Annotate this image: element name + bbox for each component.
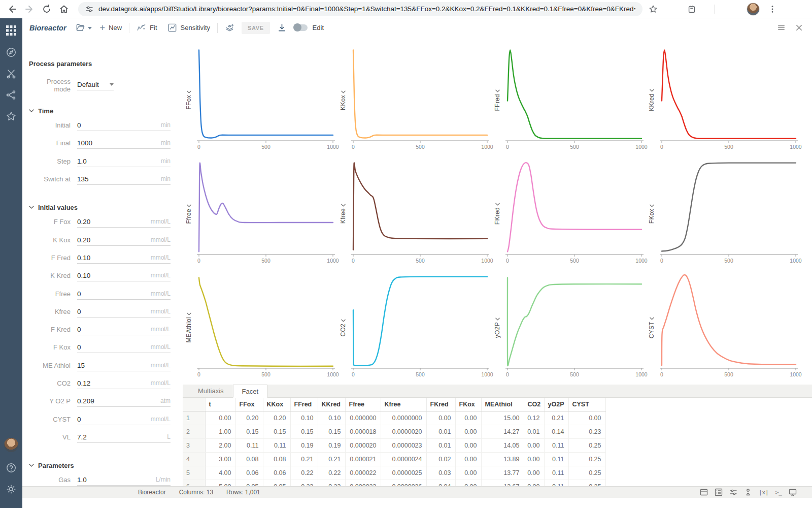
grid-cell[interactable]: 0.00 xyxy=(455,466,481,480)
y-axis-selector-kkox[interactable]: KKox xyxy=(337,43,349,157)
console-icon[interactable]: >_ xyxy=(775,489,782,496)
grid-cell[interactable]: 0.00 xyxy=(524,466,544,480)
url-bar[interactable]: dev.datagrok.ai/apps/DiffStudio/Library/… xyxy=(78,2,642,16)
grid-cell[interactable]: 0.25 xyxy=(568,438,605,452)
bookmark-star-icon[interactable] xyxy=(649,5,658,14)
field-input-f-fox[interactable] xyxy=(77,218,171,226)
section-header-parameters[interactable]: Parameters xyxy=(29,460,171,471)
grid-cell[interactable]: 3.00 xyxy=(205,452,235,466)
grid-cell[interactable]: 0.08 xyxy=(235,452,263,466)
grid-cell[interactable]: 0.25 xyxy=(568,466,605,480)
home-icon[interactable] xyxy=(59,4,69,14)
url-text[interactable]: dev.datagrok.ai/apps/DiffStudio/Library/… xyxy=(98,5,635,13)
grid-cell[interactable]: 0.000022 xyxy=(345,466,381,480)
hamburger-menu-icon[interactable] xyxy=(776,23,786,33)
grid-cell[interactable]: 0.15 xyxy=(235,425,263,438)
row-number[interactable]: 2 xyxy=(183,425,205,438)
process-mode-select[interactable]: Default xyxy=(77,81,114,90)
grid-cell[interactable]: 0.19 xyxy=(318,438,345,452)
grid-cell[interactable]: 0.00 xyxy=(524,438,544,452)
share-network-icon[interactable] xyxy=(6,89,17,101)
save-button[interactable]: SAVE xyxy=(242,22,270,34)
grid-cell[interactable]: 0.06 xyxy=(263,466,290,480)
grid-cell[interactable]: 0.11 xyxy=(544,480,568,486)
row-number[interactable]: 1 xyxy=(183,411,205,425)
settings-gear-icon[interactable] xyxy=(6,484,17,495)
grid-cell[interactable]: 0.00 xyxy=(568,411,605,425)
grid-cell[interactable]: 0.19 xyxy=(290,438,318,452)
column-header-kfree[interactable]: Kfree xyxy=(381,398,426,411)
grid-cell[interactable]: 0.04 xyxy=(426,480,455,486)
grid-cell[interactable]: 0.0000023 xyxy=(381,438,426,452)
grid-cell[interactable]: 0.10 xyxy=(290,411,318,425)
grid-cell[interactable]: 14.05 xyxy=(481,438,524,452)
grid-cell[interactable]: 1.00 xyxy=(205,425,235,438)
grid-cell[interactable]: 0.01 xyxy=(524,425,544,438)
grid-cell[interactable]: 13.77 xyxy=(481,466,524,480)
grid-cell[interactable]: 0.000020 xyxy=(345,438,381,452)
grid-cell[interactable]: 0.11 xyxy=(263,438,290,452)
windows-panel-icon[interactable] xyxy=(700,488,708,496)
column-header-ffree[interactable]: Ffree xyxy=(345,398,381,411)
column-header-fkox[interactable]: FKox xyxy=(455,398,481,411)
datagrok-logo-icon[interactable] xyxy=(5,24,17,37)
grid-cell[interactable]: 0.25 xyxy=(568,452,605,466)
row-number[interactable]: 3 xyxy=(183,438,205,452)
grid-cell[interactable]: 0.00 xyxy=(455,425,481,438)
properties-list-icon[interactable] xyxy=(715,488,723,496)
presentation-icon[interactable] xyxy=(789,488,797,496)
grid-cell[interactable]: 0.12 xyxy=(524,411,544,425)
field-input-f-fred[interactable] xyxy=(77,254,171,262)
grid-cell[interactable]: 0.11 xyxy=(235,438,263,452)
status-table-name[interactable]: Bioreactor xyxy=(138,489,166,496)
grid-cell[interactable]: 0.05 xyxy=(263,480,290,486)
browse-compass-icon[interactable] xyxy=(6,47,17,58)
field-input-ffree[interactable] xyxy=(77,290,171,298)
new-button[interactable]: + New xyxy=(100,23,122,33)
grid-cell[interactable]: 0.23 xyxy=(290,480,318,486)
tools-scissors-icon[interactable] xyxy=(6,68,17,79)
y-axis-selector-co2[interactable]: CO2 xyxy=(337,271,349,385)
grid-cell[interactable]: 0.000021 xyxy=(345,452,381,466)
y-axis-selector-kfree[interactable]: Kfree xyxy=(337,157,349,271)
grid-cell[interactable]: 0.05 xyxy=(235,480,263,486)
grid-cell[interactable]: 0.03 xyxy=(426,466,455,480)
grid-cell[interactable]: 14.27 xyxy=(481,425,524,438)
open-model-button[interactable] xyxy=(76,23,92,33)
browser-profile-avatar[interactable] xyxy=(747,3,760,16)
grid-cell[interactable]: 0.21 xyxy=(318,452,345,466)
grid-cell[interactable]: 0.00 xyxy=(524,480,544,486)
close-icon[interactable] xyxy=(794,23,804,33)
forward-icon[interactable] xyxy=(24,4,35,14)
field-input-final[interactable] xyxy=(77,139,171,147)
field-input-f-kox[interactable] xyxy=(77,343,171,351)
grid-cell[interactable]: 13.67 xyxy=(481,480,524,486)
y-axis-selector-meathiol[interactable]: MEAthiol xyxy=(183,271,195,385)
favorites-star-icon[interactable] xyxy=(6,111,17,122)
grid-cell[interactable]: 0.00 xyxy=(205,411,235,425)
column-header-t[interactable]: t xyxy=(205,398,235,411)
column-header-fkred[interactable]: FKred xyxy=(426,398,455,411)
y-axis-selector-ffree[interactable]: Ffree xyxy=(183,157,195,271)
grid-cell[interactable]: 0.23 xyxy=(568,425,605,438)
column-header-ffox[interactable]: FFox xyxy=(235,398,263,411)
abs-value-icon[interactable]: |x| xyxy=(759,489,769,496)
extensions-icon[interactable] xyxy=(687,5,696,14)
field-input-gas[interactable] xyxy=(77,476,171,484)
grid-cell[interactable]: 0.22 xyxy=(318,466,345,480)
reload-icon[interactable] xyxy=(42,4,52,14)
grid-cell[interactable]: 0.15 xyxy=(290,425,318,438)
y-axis-selector-ffox[interactable]: FFox xyxy=(183,43,195,157)
field-input-step[interactable] xyxy=(77,157,171,165)
browser-menu-icon[interactable] xyxy=(768,5,777,14)
y-axis-selector-yo2p[interactable]: yO2P xyxy=(491,271,503,385)
grid-cell[interactable]: 0.14 xyxy=(544,425,568,438)
field-input-switch-at[interactable] xyxy=(77,175,171,183)
column-header-meathiol[interactable]: MEAthiol xyxy=(481,398,524,411)
y-axis-selector-fkox[interactable]: FKox xyxy=(646,157,658,271)
grid-cell[interactable]: 0.0000000 xyxy=(381,411,426,425)
settings-sliders-icon[interactable] xyxy=(729,488,737,496)
section-header-time[interactable]: Time xyxy=(29,105,171,116)
grid-cell[interactable]: 0.21 xyxy=(290,452,318,466)
y-axis-selector-fkred[interactable]: FKred xyxy=(491,157,503,271)
